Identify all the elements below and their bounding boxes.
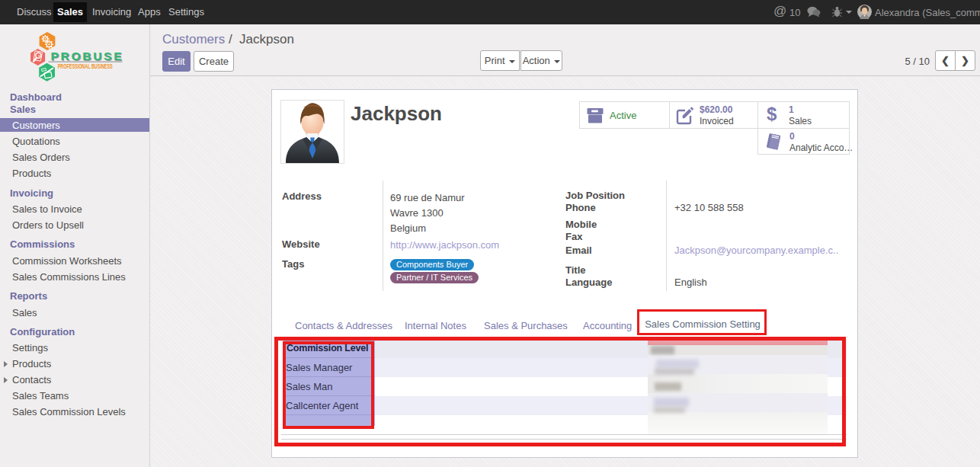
svg-text:PROFESSIONAL BUSINESS: PROFESSIONAL BUSINESS <box>58 62 113 70</box>
svg-text:PROBUSE: PROBUSE <box>51 50 122 62</box>
